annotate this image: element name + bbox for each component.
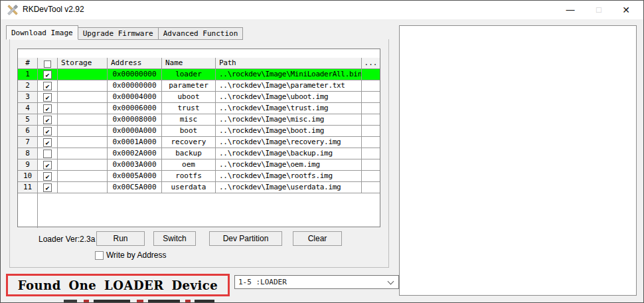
cell-storage: [58, 69, 108, 80]
cell-address: 0x00004000: [108, 92, 162, 103]
cell-extra: [362, 80, 380, 92]
cell-address: 0x00008000: [108, 114, 162, 126]
cell-name: backup: [162, 148, 216, 159]
run-button[interactable]: Run: [96, 231, 145, 246]
cell-storage: [58, 159, 108, 171]
dev-partition-button[interactable]: Dev Partition: [209, 231, 282, 246]
header-num: #: [18, 58, 38, 69]
header-checkbox-cell: [38, 58, 58, 69]
row-checkbox[interactable]: ✔: [43, 82, 52, 90]
cell-address: 0x0005A000: [108, 171, 162, 182]
row-checkbox[interactable]: ✔: [43, 93, 52, 102]
device-select-value: 1-5 :LOADER: [238, 278, 287, 286]
cell-storage: [58, 148, 108, 159]
row-checkbox-cell: ✔: [38, 92, 58, 103]
row-checkbox[interactable]: ✔: [43, 183, 52, 192]
table-row[interactable]: 2✔0x00000000parameter..\rockdev\Image\pa…: [18, 80, 380, 92]
cell-extra: [362, 148, 380, 159]
row-checkbox-cell: ✔: [38, 171, 58, 182]
row-number: 9: [18, 159, 38, 171]
tab-upgrade-firmware[interactable]: Upgrade Firmware: [78, 27, 159, 40]
close-button[interactable]: ✕: [613, 1, 639, 19]
cell-path: ..\rockdev\Image\uboot.img: [216, 92, 362, 103]
row-checkbox-cell: ✔: [38, 103, 58, 114]
row-checkbox[interactable]: ✔: [43, 104, 52, 113]
row-number: 10: [18, 171, 38, 182]
row-checkbox[interactable]: ✔: [43, 138, 52, 147]
row-number: 7: [18, 137, 38, 148]
header-checkbox[interactable]: [44, 60, 51, 68]
row-checkbox-cell: ✔: [38, 159, 58, 171]
tab-download-image[interactable]: Download Image: [6, 25, 78, 40]
switch-button[interactable]: Switch: [153, 231, 196, 246]
write-by-address-checkbox[interactable]: [95, 251, 104, 260]
log-panel: [399, 25, 637, 296]
table-row[interactable]: 3✔0x00004000uboot..\rockdev\Image\uboot.…: [18, 92, 380, 103]
row-checkbox-cell: ✔: [38, 80, 58, 92]
header-path: Path: [216, 58, 362, 69]
cell-name: loader: [162, 69, 216, 80]
cell-address: 0x00006000: [108, 103, 162, 114]
row-number: 8: [18, 148, 38, 159]
table-row[interactable]: 80x0002A000backup..\rockdev\Image\backup…: [18, 148, 380, 159]
table-row[interactable]: 5✔0x00008000misc..\rockdev\Image\misc.im…: [18, 114, 380, 126]
cell-address: 0x0001A000: [108, 137, 162, 148]
cell-address: 0x00C5A000: [108, 182, 162, 193]
titlebar: RKDevTool v2.92 — □ ✕: [1, 1, 643, 19]
row-number: 1: [18, 69, 38, 80]
header-address: Address: [108, 58, 162, 69]
header-name: Name: [162, 58, 216, 69]
row-checkbox[interactable]: ✔: [43, 161, 52, 169]
cell-name: boot: [162, 126, 216, 137]
tab-advanced-function[interactable]: Advanced Function: [159, 27, 244, 40]
table-header-row: # Storage Address Name Path ...: [18, 58, 380, 69]
table-row[interactable]: 9✔0x0003A000oem..\rockdev\Image\oem.img: [18, 159, 380, 171]
cell-path: ..\rockdev\Image\MiniLoaderAll.bin: [216, 69, 362, 80]
cell-path: ..\rockdev\Image\userdata.img: [216, 182, 362, 193]
cell-extra: [362, 92, 380, 103]
write-by-address-label: Write by Address: [106, 251, 166, 260]
cell-address: 0x0002A000: [108, 148, 162, 159]
cell-storage: [58, 182, 108, 193]
row-number: 5: [18, 114, 38, 126]
row-checkbox[interactable]: ✔: [43, 70, 52, 79]
cell-address: 0x00000000: [108, 80, 162, 92]
cell-name: oem: [162, 159, 216, 171]
clear-button[interactable]: Clear: [293, 231, 342, 246]
row-checkbox-cell: [38, 148, 58, 159]
cell-path: ..\rockdev\Image\parameter.txt: [216, 80, 362, 92]
row-number: 2: [18, 80, 38, 92]
tab-bar: Download Image Upgrade Firmware Advanced…: [6, 25, 243, 40]
cell-path: ..\rockdev\Image\recovery.img: [216, 137, 362, 148]
cell-path: ..\rockdev\Image\boot.img: [216, 126, 362, 137]
row-checkbox[interactable]: ✔: [43, 172, 52, 181]
minimize-button[interactable]: —: [557, 1, 584, 19]
cell-name: misc: [162, 114, 216, 126]
cell-storage: [58, 126, 108, 137]
device-select-dropdown[interactable]: 1-5 :LOADER: [234, 275, 399, 289]
table-row[interactable]: 10✔0x0005A000rootfs..\rockdev\Image\root…: [18, 171, 380, 182]
row-checkbox[interactable]: ✔: [43, 127, 52, 136]
table-row[interactable]: 6✔0x0000A000boot..\rockdev\Image\boot.im…: [18, 126, 380, 137]
table-row[interactable]: 7✔0x0001A000recovery..\rockdev\Image\rec…: [18, 137, 380, 148]
cell-name: recovery: [162, 137, 216, 148]
device-status-message: Found One LOADER Device: [18, 278, 218, 292]
row-checkbox[interactable]: [43, 150, 52, 158]
cell-name: uboot: [162, 92, 216, 103]
row-number: 4: [18, 103, 38, 114]
cell-path: ..\rockdev\Image\rootfs.img: [216, 171, 362, 182]
window-title: RKDevTool v2.92: [23, 5, 84, 14]
cell-extra: [362, 137, 380, 148]
cell-storage: [58, 103, 108, 114]
cell-address: 0x00000000: [108, 69, 162, 80]
row-checkbox-cell: ✔: [38, 137, 58, 148]
cell-address: 0x0003A000: [108, 159, 162, 171]
maximize-button[interactable]: □: [586, 1, 612, 19]
table-row[interactable]: 4✔0x00006000trust..\rockdev\Image\trust.…: [18, 103, 380, 114]
table-row[interactable]: 11✔0x00C5A000userdata..\rockdev\Image\us…: [18, 182, 380, 193]
table-row[interactable]: 1✔0x00000000loader..\rockdev\Image\MiniL…: [18, 69, 380, 80]
row-checkbox[interactable]: ✔: [43, 116, 52, 124]
cell-storage: [58, 171, 108, 182]
cell-address: 0x0000A000: [108, 126, 162, 137]
write-by-address-control[interactable]: Write by Address: [95, 251, 166, 260]
